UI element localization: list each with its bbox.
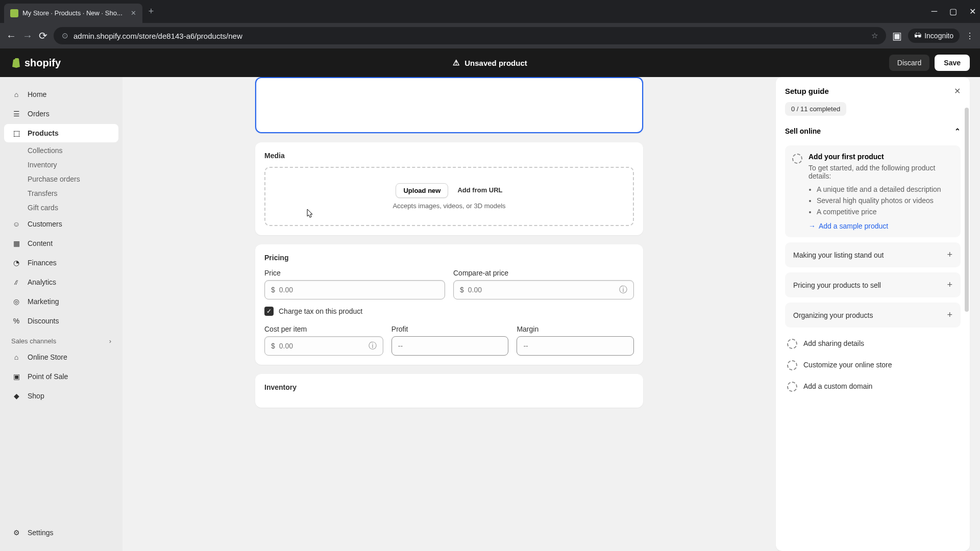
save-button[interactable]: Save — [935, 55, 970, 71]
plus-icon: + — [947, 280, 952, 290]
task-checklist: A unique title and a detailed descriptio… — [817, 185, 953, 216]
tag-icon: ⬚ — [11, 128, 21, 138]
sidebar-item-online-store[interactable]: ⌂ Online Store — [4, 348, 118, 366]
add-sample-product-link[interactable]: → Add a sample product — [808, 222, 953, 230]
setup-guide-title: Setup guide — [785, 87, 829, 95]
browser-tab[interactable]: My Store · Products · New · Sho... ✕ — [4, 4, 142, 23]
task-organizing-products[interactable]: Organizing your products + — [785, 303, 961, 328]
nav-label: Home — [28, 90, 46, 98]
incognito-badge[interactable]: 🕶 Incognito — [908, 29, 960, 43]
sidebar-item-orders[interactable]: ☰ Orders — [4, 105, 118, 123]
sales-channels-header[interactable]: Sales channels › — [4, 331, 118, 348]
bookmark-icon[interactable]: ☆ — [871, 31, 878, 40]
tab-close-icon[interactable]: ✕ — [131, 9, 136, 17]
sidebar-item-finances[interactable]: ◔ Finances — [4, 254, 118, 272]
nav-label: Settings — [28, 529, 54, 537]
minimize-icon[interactable]: ─ — [932, 7, 937, 16]
description-editor[interactable] — [255, 77, 643, 133]
close-window-icon[interactable]: ✕ — [969, 7, 976, 16]
compare-price-input[interactable] — [468, 286, 619, 294]
sidebar-item-customers[interactable]: ☺ Customers — [4, 215, 118, 233]
task-customize-store[interactable]: Customize your online store — [785, 354, 961, 375]
setup-guide-card: Setup guide ✕ 0 / 11 completed Sell onli… — [776, 77, 970, 551]
link-label: Add a sample product — [819, 222, 888, 230]
status-banner: ⚠ Unsaved product — [453, 58, 527, 67]
sidebar-item-shop[interactable]: ◆ Shop — [4, 387, 118, 405]
sidebar-item-discounts[interactable]: % Discounts — [4, 312, 118, 330]
logo-text: shopify — [24, 57, 61, 69]
media-dropzone[interactable]: Upload new Add from URL Accepts images, … — [264, 167, 634, 226]
sidebar-item-products[interactable]: ⬚ Products — [4, 124, 118, 142]
nav-label: Online Store — [28, 353, 67, 361]
warning-icon: ⚠ — [453, 58, 459, 67]
analytics-icon: ⫽ — [11, 277, 21, 287]
price-input[interactable] — [279, 286, 438, 294]
task-circle-icon — [787, 360, 797, 370]
task-label: Add a custom domain — [803, 382, 872, 390]
sidebar-item-settings[interactable]: ⚙ Settings — [4, 523, 118, 542]
forward-button[interactable]: → — [22, 30, 33, 42]
upload-new-button[interactable]: Upload new — [396, 183, 448, 198]
chevron-up-icon: ⌃ — [954, 127, 961, 135]
shopify-logo[interactable]: shopify — [10, 57, 61, 69]
shop-icon: ◆ — [11, 391, 21, 401]
back-button[interactable]: ← — [6, 30, 16, 42]
task-custom-domain[interactable]: Add a custom domain — [785, 375, 961, 397]
tab-favicon — [10, 9, 18, 17]
side-panel-icon[interactable]: ▣ — [892, 30, 902, 42]
sidebar-item-analytics[interactable]: ⫽ Analytics — [4, 273, 118, 291]
app-topbar: shopify ⚠ Unsaved product Discard Save — [0, 48, 980, 77]
maximize-icon[interactable]: ▢ — [949, 7, 957, 16]
sidebar-item-purchase-orders[interactable]: Purchase orders — [4, 172, 118, 186]
margin-label: Margin — [517, 325, 634, 333]
margin-display — [517, 336, 634, 356]
sidebar-item-collections[interactable]: Collections — [4, 143, 118, 158]
nav-label: Marketing — [28, 297, 59, 306]
sidebar-item-home[interactable]: ⌂ Home — [4, 85, 118, 104]
tax-checkbox[interactable]: ✓ — [264, 307, 274, 316]
nav-label: Point of Sale — [28, 372, 68, 381]
nav-label: Analytics — [28, 278, 56, 286]
task-sharing-details[interactable]: Add sharing details — [785, 333, 961, 354]
sidebar-item-marketing[interactable]: ◎ Marketing — [4, 292, 118, 311]
setup-close-icon[interactable]: ✕ — [954, 86, 961, 96]
plus-icon: + — [947, 249, 952, 260]
sidebar-item-transfers[interactable]: Transfers — [4, 186, 118, 201]
url-bar[interactable]: ⊙ admin.shopify.com/store/de8143-a6/prod… — [54, 27, 886, 44]
cost-input-wrapper[interactable]: $ ⓘ — [264, 336, 383, 356]
task-pricing-products[interactable]: Pricing your products to sell + — [785, 272, 961, 297]
nav-label: Orders — [28, 110, 50, 118]
incognito-label: Incognito — [924, 32, 953, 40]
sell-online-section[interactable]: Sell online ⌃ — [785, 125, 961, 137]
price-input-wrapper[interactable]: $ — [264, 280, 445, 299]
compare-price-input-wrapper[interactable]: $ ⓘ — [453, 280, 634, 299]
sidebar-item-pos[interactable]: ▣ Point of Sale — [4, 367, 118, 386]
task-label: Add sharing details — [803, 339, 864, 347]
home-icon: ⌂ — [11, 89, 21, 99]
margin-value — [523, 342, 627, 350]
section-label: Sell online — [785, 127, 821, 135]
help-icon[interactable]: ⓘ — [619, 285, 627, 295]
new-tab-button[interactable]: + — [149, 6, 154, 17]
add-from-url-button[interactable]: Add from URL — [457, 183, 502, 198]
currency-symbol: $ — [460, 286, 464, 294]
nav-label: Customers — [28, 220, 62, 228]
cost-input[interactable] — [279, 342, 369, 350]
sidebar-item-inventory[interactable]: Inventory — [4, 158, 118, 172]
tab-title: My Store · Products · New · Sho... — [22, 9, 122, 17]
gear-icon: ⚙ — [11, 528, 21, 538]
sidebar-item-gift-cards[interactable]: Gift cards — [4, 201, 118, 215]
task-add-first-product[interactable]: Add your first product To get started, a… — [785, 145, 961, 237]
reload-button[interactable]: ⟳ — [39, 30, 47, 42]
scrollbar[interactable] — [965, 108, 969, 312]
discard-button[interactable]: Discard — [889, 55, 929, 71]
nav-label: Content — [28, 239, 53, 247]
inventory-card: Inventory — [255, 374, 643, 408]
task-listing-stand-out[interactable]: Making your listing stand out + — [785, 242, 961, 267]
media-title: Media — [264, 152, 634, 160]
chevron-right-icon: › — [109, 337, 111, 345]
browser-menu-icon[interactable]: ⋮ — [966, 31, 974, 41]
sidebar-item-content[interactable]: ▦ Content — [4, 234, 118, 253]
compare-price-label: Compare-at price — [453, 269, 634, 277]
help-icon[interactable]: ⓘ — [369, 341, 377, 352]
